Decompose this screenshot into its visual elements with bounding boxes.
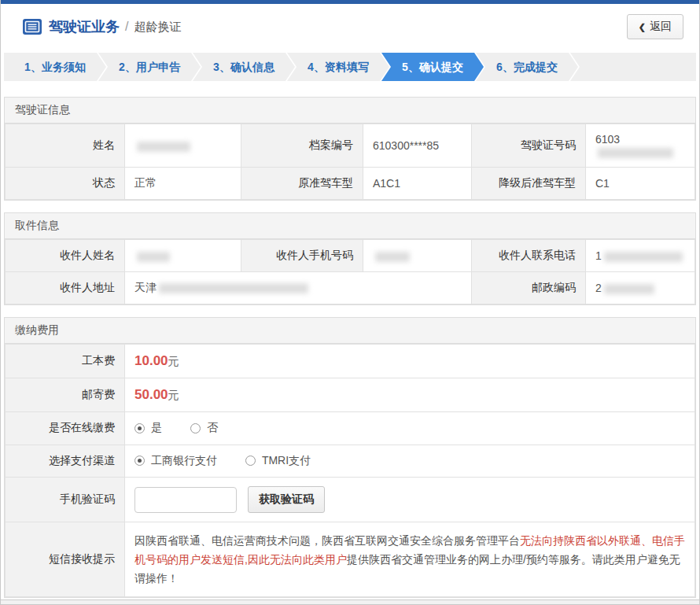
section-payment: 缴纳费用 工本费 10.00元 邮寄费 50.00元 是否在线缴费 <box>4 317 696 598</box>
recipient-name-label: 收件人姓名 <box>6 240 125 272</box>
list-icon <box>23 19 42 35</box>
online-pay-label: 是否在线缴费 <box>6 412 125 445</box>
original-class-value: A1C1 <box>363 168 472 200</box>
production-fee-label: 工本费 <box>6 345 125 378</box>
step-6-finish-submit[interactable]: 6、完成提交 <box>476 53 578 81</box>
name-value <box>125 124 241 168</box>
radio-channel-icbc[interactable]: 工商银行支付 <box>134 454 217 468</box>
notice-part1: 因陕西省联通、电信运营商技术问题，陕西省互联网交通安全综合服务管理平台 <box>134 534 520 547</box>
step-wizard: 1、业务须知 2、用户申告 3、确认信息 4、资料填写 5、确认提交 6、完成提… <box>1 53 699 81</box>
recipient-phone-value: 1 <box>586 240 695 272</box>
recipient-mobile-value <box>363 240 472 272</box>
table-row: 姓名 档案编号 610300****85 驾驶证号码 6103 <box>6 124 695 168</box>
section-pickup-info: 取件信息 收件人姓名 收件人手机号码 收件人联系电话 1 收件人地址 天津 邮政… <box>4 212 696 305</box>
redacted-value <box>604 284 654 294</box>
captcha-input[interactable] <box>134 487 237 513</box>
table-row: 状态 正常 原准驾车型 A1C1 降级后准驾车型 C1 <box>6 168 695 200</box>
postal-code-value: 2 <box>586 272 695 304</box>
redacted-value <box>137 252 170 262</box>
table-row: 选择支付渠道 工商银行支付 TMRI支付 <box>6 445 695 478</box>
postage-fee-value: 50.00元 <box>125 378 695 412</box>
table-row: 短信接收提示 因陕西省联通、电信运营商技术问题，陕西省互联网交通安全综合服务管理… <box>6 522 695 597</box>
original-class-label: 原准驾车型 <box>241 168 363 200</box>
production-fee-value: 10.00元 <box>125 345 695 378</box>
get-captcha-button[interactable]: 获取验证码 <box>248 486 325 513</box>
radio-icon <box>134 423 145 433</box>
section-payment-title: 缴纳费用 <box>5 318 695 344</box>
radio-icon <box>245 456 256 466</box>
license-info-table: 姓名 档案编号 610300****85 驾驶证号码 6103 状态 正常 原准… <box>5 124 695 200</box>
fee-unit: 元 <box>168 389 179 401</box>
chevron-left-icon: ❮ <box>639 22 646 32</box>
radio-channel-tmri[interactable]: TMRI支付 <box>245 454 311 468</box>
archive-no-value: 610300****85 <box>363 124 472 168</box>
license-no-label: 驾驶证号码 <box>472 124 586 168</box>
recipient-mobile-label: 收件人手机号码 <box>241 240 363 272</box>
redacted-value <box>137 142 190 152</box>
recipient-address-label: 收件人地址 <box>6 272 125 304</box>
recipient-phone-label: 收件人联系电话 <box>472 240 586 272</box>
radio-online-pay-no[interactable]: 否 <box>190 421 218 435</box>
pay-channel-options: 工商银行支付 TMRI支付 <box>125 445 695 478</box>
radio-online-pay-yes[interactable]: 是 <box>134 421 162 435</box>
fee-amount: 10.00 <box>134 353 168 368</box>
name-label: 姓名 <box>6 124 125 168</box>
redacted-value <box>159 283 308 293</box>
step-3-confirm-info[interactable]: 3、确认信息 <box>193 53 295 81</box>
section-pickup-title: 取件信息 <box>5 213 695 239</box>
pickup-info-table: 收件人姓名 收件人手机号码 收件人联系电话 1 收件人地址 天津 邮政编码 2 <box>5 239 695 304</box>
recipient-address-value: 天津 <box>125 272 472 304</box>
redacted-value <box>598 148 673 158</box>
postage-fee-label: 邮寄费 <box>6 378 125 412</box>
sms-notice-text: 因陕西省联通、电信运营商技术问题，陕西省互联网交通安全综合服务管理平台无法向持陕… <box>125 522 695 597</box>
page-subtitle: 超龄换证 <box>134 20 181 35</box>
radio-icon <box>134 456 145 466</box>
section-license-info: 驾驶证信息 姓名 档案编号 610300****85 驾驶证号码 6103 状态… <box>4 97 696 201</box>
sms-captcha-label: 手机验证码 <box>6 478 125 522</box>
license-no-value: 6103 <box>586 124 695 168</box>
fee-amount: 50.00 <box>134 387 168 402</box>
downgraded-class-value: C1 <box>586 168 695 200</box>
table-row: 收件人姓名 收件人手机号码 收件人联系电话 1 <box>6 240 695 272</box>
table-row: 是否在线缴费 是 否 <box>6 412 695 445</box>
header: 驾驶证业务 / 超龄换证 ❮ 返回 <box>1 4 699 47</box>
pay-channel-label: 选择支付渠道 <box>6 445 125 478</box>
back-button-label: 返回 <box>650 20 672 34</box>
step-1-notice[interactable]: 1、业务须知 <box>4 53 106 81</box>
table-row: 手机验证码 获取验证码 <box>6 478 695 522</box>
sms-captcha-field: 获取验证码 <box>125 478 695 522</box>
recipient-name-value <box>125 240 241 272</box>
redacted-value <box>375 252 410 262</box>
online-pay-options: 是 否 <box>125 412 695 445</box>
table-row: 收件人地址 天津 邮政编码 2 <box>6 272 695 304</box>
archive-no-label: 档案编号 <box>241 124 363 168</box>
step-5-confirm-submit[interactable]: 5、确认提交 <box>381 53 484 81</box>
breadcrumb-separator: / <box>125 20 128 34</box>
page-title: 驾驶证业务 <box>49 17 120 36</box>
main-content: 驾驶证信息 姓名 档案编号 610300****85 驾驶证号码 6103 状态… <box>1 97 699 605</box>
back-button[interactable]: ❮ 返回 <box>627 14 683 39</box>
status-value: 正常 <box>125 168 241 200</box>
section-license-title: 驾驶证信息 <box>5 98 695 124</box>
page: 驾驶证业务 / 超龄换证 ❮ 返回 1、业务须知 2、用户申告 3、确认信息 4… <box>0 0 700 605</box>
step-bar-filler <box>570 53 696 81</box>
step-4-fill-data[interactable]: 4、资料填写 <box>287 53 389 81</box>
table-row: 工本费 10.00元 <box>6 345 695 378</box>
radio-icon <box>190 423 201 433</box>
downgraded-class-label: 降级后准驾车型 <box>472 168 586 200</box>
payment-table: 工本费 10.00元 邮寄费 50.00元 是否在线缴费 是 否 <box>5 344 695 597</box>
redacted-value <box>604 252 683 262</box>
table-row: 邮寄费 50.00元 <box>6 378 695 412</box>
sms-notice-label: 短信接收提示 <box>6 522 125 597</box>
step-2-declaration[interactable]: 2、用户申告 <box>98 53 201 81</box>
status-label: 状态 <box>6 168 125 200</box>
fee-unit: 元 <box>168 355 179 367</box>
bottom-strip <box>1 599 699 604</box>
postal-code-label: 邮政编码 <box>472 272 586 304</box>
